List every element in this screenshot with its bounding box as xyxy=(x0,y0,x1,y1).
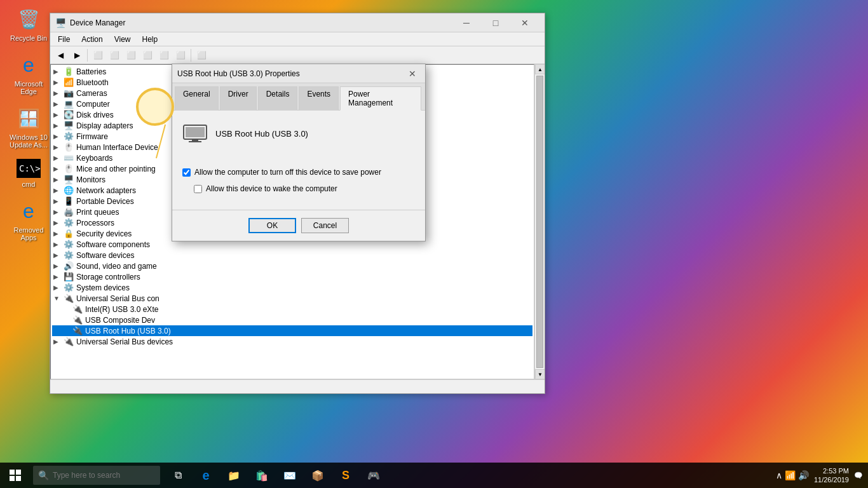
cancel-button[interactable]: Cancel xyxy=(301,218,349,233)
notifications-icon[interactable]: 🗨️ xyxy=(854,471,863,480)
taskbar-right: ∧ 📶 🔊 2:53 PM 11/26/2019 🗨️ xyxy=(776,466,868,485)
device-manager-title-text: Device Manager xyxy=(70,18,452,27)
device-manager-title-icon: 🖥️ xyxy=(55,18,66,28)
windows-update-icon[interactable]: 🪟 Windows 10 Update As... xyxy=(6,105,51,149)
desktop-icons: 🗑️ Recycle Bin e Microsoft Edge 🪟 Window… xyxy=(6,6,51,241)
tab-details[interactable]: Details xyxy=(258,86,298,111)
menu-view[interactable]: View xyxy=(109,32,136,46)
tree-usb-devices[interactable]: ▶🔌Universal Serial Bus devices xyxy=(52,336,532,347)
device-manager-statusbar xyxy=(50,379,545,393)
search-input[interactable] xyxy=(53,471,154,480)
tree-system[interactable]: ▶⚙️System devices xyxy=(52,282,532,293)
windows-update-image: 🪟 xyxy=(16,105,41,131)
toolbar-btn1[interactable]: ⬜ xyxy=(90,48,105,63)
toolbar-btn2[interactable]: ⬜ xyxy=(107,48,122,63)
toolbar-forward[interactable]: ▶ xyxy=(69,48,85,63)
toolbar-btn5[interactable]: ⬜ xyxy=(156,48,172,63)
taskbar-game[interactable]: 🎮 xyxy=(361,463,386,488)
edge-image: e xyxy=(16,52,41,78)
window-controls: ─ □ ✕ xyxy=(452,13,539,32)
checkbox-save-power-item: Allow the computer to turn off this devi… xyxy=(182,166,415,178)
scrollbar-thumb[interactable] xyxy=(536,76,543,368)
tree-intel-usb[interactable]: 🔌Intel(R) USB 3.0 eXte xyxy=(52,304,532,315)
start-button[interactable] xyxy=(0,463,31,488)
checkbox-wake-label[interactable]: Allow this device to wake the computer xyxy=(206,184,337,193)
system-tray: ∧ 📶 🔊 xyxy=(776,470,809,480)
dialog-close-button[interactable]: ✕ xyxy=(405,66,420,81)
taskbar-task-view[interactable]: ⧉ xyxy=(165,463,191,488)
scrollbar-up[interactable]: ▲ xyxy=(535,64,545,74)
tree-sound[interactable]: ▶🔊Sound, video and game xyxy=(52,261,532,271)
taskbar-search[interactable]: 🔍 xyxy=(33,466,160,485)
device-manager-titlebar[interactable]: 🖥️ Device Manager ─ □ ✕ xyxy=(50,13,545,32)
cmd-image: C:\> xyxy=(17,159,41,178)
minimize-button[interactable]: ─ xyxy=(452,13,481,32)
dialog-content: USB Root Hub (USB 3.0) Allow the compute… xyxy=(172,111,425,210)
clock[interactable]: 2:53 PM 11/26/2019 xyxy=(814,466,849,485)
checkbox-save-power-label[interactable]: Allow the computer to turn off this devi… xyxy=(194,168,381,177)
toolbar-sep2 xyxy=(191,49,191,62)
svg-rect-2 xyxy=(192,139,198,141)
menu-action[interactable]: Action xyxy=(76,32,107,46)
cmd-icon[interactable]: C:\> cmd xyxy=(6,159,51,188)
svg-rect-1 xyxy=(186,127,205,137)
checkbox-wake-item: Allow this device to wake the computer xyxy=(182,183,415,194)
dialog-tabs: General Driver Details Events Power Mana… xyxy=(172,83,425,111)
checkbox-save-power[interactable] xyxy=(182,168,191,177)
scrollbar-down[interactable]: ▼ xyxy=(535,369,545,379)
tray-volume[interactable]: 🔊 xyxy=(798,470,809,480)
close-button[interactable]: ✕ xyxy=(510,13,539,32)
device-manager-menubar: File Action View Help xyxy=(50,32,545,46)
recycle-bin-image: 🗑️ xyxy=(16,6,41,32)
tab-power-management[interactable]: Power Management xyxy=(340,86,421,111)
tab-events[interactable]: Events xyxy=(299,86,339,111)
ok-button[interactable]: OK xyxy=(248,218,296,233)
svg-rect-6 xyxy=(10,476,15,481)
tray-arrow[interactable]: ∧ xyxy=(776,470,782,480)
toolbar-btn3[interactable]: ⬜ xyxy=(123,48,139,63)
maximize-button[interactable]: □ xyxy=(481,13,510,32)
cmd-label: cmd xyxy=(22,180,36,188)
recycle-bin-icon[interactable]: 🗑️ Recycle Bin xyxy=(6,6,51,42)
taskbar-amazon[interactable]: 📦 xyxy=(305,463,330,488)
tree-usb-root-hub[interactable]: 🔌USB Root Hub (USB 3.0) xyxy=(52,325,532,336)
menu-file[interactable]: File xyxy=(53,32,75,46)
svg-rect-3 xyxy=(189,141,201,142)
toolbar-back[interactable]: ◀ xyxy=(53,48,68,63)
clock-date: 11/26/2019 xyxy=(814,475,849,484)
device-name-header: USB Root Hub (USB 3.0) xyxy=(215,129,308,139)
taskbar-explorer[interactable]: 📁 xyxy=(221,463,247,488)
edge-label: Microsoft Edge xyxy=(6,80,51,95)
toolbar-btn6[interactable]: ⬜ xyxy=(173,48,188,63)
tab-driver[interactable]: Driver xyxy=(220,86,257,111)
device-header: USB Root Hub (USB 3.0) xyxy=(182,121,415,154)
menu-help[interactable]: Help xyxy=(137,32,163,46)
toolbar-btn4[interactable]: ⬜ xyxy=(140,48,155,63)
svg-rect-4 xyxy=(10,470,15,475)
dialog-footer: OK Cancel xyxy=(172,210,425,241)
edge2-icon[interactable]: e Removed Apps xyxy=(6,198,51,241)
taskbar-mail[interactable]: ✉️ xyxy=(277,463,302,488)
tab-general[interactable]: General xyxy=(175,86,219,111)
tree-software-devices[interactable]: ▶⚙️Software devices xyxy=(52,250,532,261)
checkbox-wake-computer[interactable] xyxy=(194,185,202,193)
tree-usb-controllers[interactable]: ▼🔌Universal Serial Bus con xyxy=(52,293,532,304)
tree-usb-composite[interactable]: 🔌USB Composite Dev xyxy=(52,315,532,325)
taskbar: 🔍 ⧉ e 📁 🛍️ ✉️ 📦 S 🎮 ∧ 📶 🔊 2:53 PM 11/26/… xyxy=(0,463,868,488)
edge-icon[interactable]: e Microsoft Edge xyxy=(6,52,51,95)
tree-storage[interactable]: ▶💾Storage controllers xyxy=(52,271,532,282)
taskbar-store[interactable]: 🛍️ xyxy=(249,463,275,488)
tray-network[interactable]: 📶 xyxy=(785,470,796,480)
clock-time: 2:53 PM xyxy=(814,466,849,475)
properties-dialog: USB Root Hub (USB 3.0) Properties ✕ Gene… xyxy=(172,64,426,241)
toolbar-btn7[interactable]: ⬜ xyxy=(194,48,209,63)
dialog-title-text: USB Root Hub (USB 3.0) Properties xyxy=(177,69,405,78)
taskbar-edge[interactable]: e xyxy=(193,463,219,488)
recycle-bin-label: Recycle Bin xyxy=(10,34,47,42)
search-icon: 🔍 xyxy=(38,470,49,480)
taskbar-s[interactable]: S xyxy=(333,463,358,488)
desktop: 🗑️ Recycle Bin e Microsoft Edge 🪟 Window… xyxy=(0,0,868,488)
tree-scrollbar[interactable]: ▲ ▼ xyxy=(534,64,545,379)
edge2-label: Removed Apps xyxy=(6,226,51,241)
dialog-titlebar[interactable]: USB Root Hub (USB 3.0) Properties ✕ xyxy=(172,64,425,83)
